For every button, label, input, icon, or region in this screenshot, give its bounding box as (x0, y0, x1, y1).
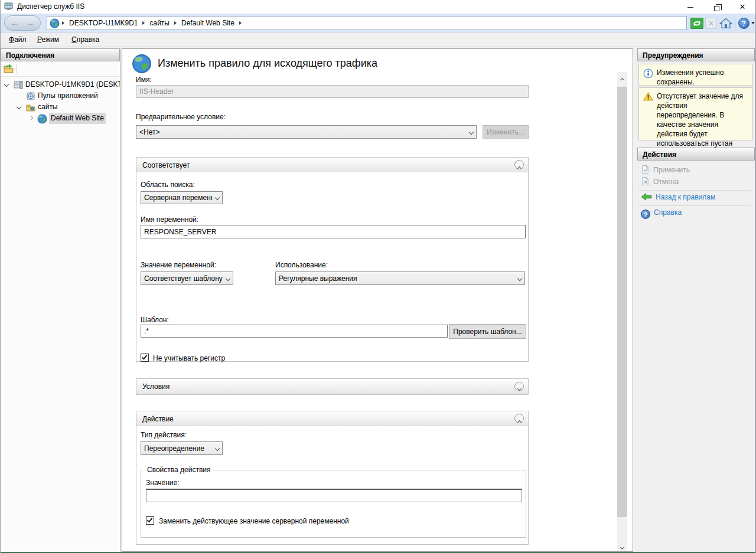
match-section: Соответствует Область поиска: Серверная … (136, 157, 529, 362)
page-title: Изменить правило для исходящего трафика (158, 57, 377, 70)
save-connections-icon[interactable] (4, 64, 14, 74)
alerts-header: Предупреждения (637, 48, 755, 61)
help-action[interactable]: ?Справка (641, 207, 682, 219)
minimize-button[interactable] (677, 0, 703, 14)
match-section-header[interactable]: Соответствует (136, 158, 528, 172)
variable-name-input[interactable] (141, 225, 526, 238)
tree-label-default-web-site[interactable]: Default Web Site (49, 113, 106, 124)
sites-folder-icon (26, 103, 35, 112)
tree-label-sites[interactable]: сайты (38, 102, 58, 113)
tree-node-default-web-site[interactable]: Default Web Site (1, 113, 120, 124)
name-label: Имя: (136, 76, 152, 84)
help-icon[interactable]: ? (738, 18, 750, 29)
scope-value: Серверная переменная (144, 194, 213, 202)
globe-icon (50, 18, 60, 28)
tree-node-server[interactable]: DESKTOP-U1MK9D1 (DESKTOP (1, 79, 120, 90)
test-pattern-button[interactable]: Проверить шаблон... (449, 324, 526, 339)
menu-file[interactable]: Файл (9, 35, 27, 44)
breadcrumb-sites[interactable]: сайты (149, 19, 170, 27)
ignore-case-label[interactable]: Не учитывать регистр (153, 354, 225, 362)
help-link[interactable]: Справка (654, 208, 682, 217)
rule-name-input (136, 85, 529, 98)
action-section: Действие Тип действия: Переопределение С… (136, 411, 529, 545)
refresh-icon[interactable] (690, 18, 703, 29)
breadcrumb-arrow-icon (174, 21, 177, 25)
window-title: Диспетчер служб IIS (17, 2, 84, 11)
variable-value-select[interactable]: Соответствует шаблону (141, 271, 233, 285)
pattern-input[interactable] (141, 325, 448, 338)
alert-info: Изменения успешно сохранены. (638, 64, 753, 86)
actions-header: Действия (637, 148, 755, 161)
right-panel: Предупреждения Изменения успешно сохране… (637, 48, 755, 552)
usage-label: Использование: (275, 261, 328, 269)
expand-section-icon[interactable] (514, 382, 524, 391)
breadcrumb-arrow-icon (62, 21, 64, 25)
menu-bar: Файл Режим Справка (1, 32, 755, 47)
usage-selected: Регулярные выражения (279, 274, 516, 283)
scroll-down-icon[interactable] (617, 541, 627, 551)
precondition-label: Предварительное условие: (136, 113, 226, 121)
back-icon[interactable]: ← (11, 18, 19, 28)
back-to-rules-link[interactable]: Назад к правилам (656, 193, 715, 201)
alert-warning: Отсутствует значение для действия переоп… (638, 87, 753, 140)
breadcrumb[interactable]: DESKTOP-U1MK9D1 сайты Default Web Site (47, 16, 687, 30)
menu-help[interactable]: Справка (71, 35, 99, 44)
close-button[interactable]: ✕ (729, 0, 755, 14)
breadcrumb-default-web-site[interactable]: Default Web Site (181, 19, 234, 27)
collapse-section-icon[interactable] (514, 414, 524, 423)
warning-triangle-icon (643, 92, 653, 101)
actions-separator (640, 205, 751, 206)
app-pools-icon (26, 91, 35, 101)
usage-select[interactable]: Регулярные выражения (275, 271, 525, 285)
scroll-up-icon[interactable] (617, 72, 627, 82)
tree-node-app-pools[interactable]: Пулы приложений (1, 90, 120, 102)
replace-existing-checkbox[interactable] (146, 516, 154, 525)
actions-separator (640, 190, 751, 191)
breadcrumb-server[interactable]: DESKTOP-U1MK9D1 (69, 19, 138, 27)
replace-existing-label[interactable]: Заменить действующее значение серверной … (159, 517, 349, 525)
forward-icon[interactable]: → (26, 18, 34, 28)
action-value-input[interactable] (146, 489, 522, 502)
match-section-title: Соответствует (142, 161, 190, 169)
menu-view[interactable]: Режим (37, 35, 59, 44)
alert-info-text: Изменения успешно сохранены. (657, 68, 724, 86)
restore-button[interactable] (703, 0, 729, 14)
back-to-rules-action[interactable]: Назад к правилам (641, 192, 715, 204)
conditions-section-header[interactable]: Условия (136, 379, 528, 394)
scrollbar-thumb[interactable] (617, 87, 627, 517)
variable-value-label: Значение переменной: (141, 261, 216, 269)
collapse-section-icon[interactable] (514, 160, 524, 169)
stop-icon: ✕ (705, 18, 717, 29)
help-dropdown-caret-icon[interactable] (751, 22, 755, 24)
apply-label: Применить (653, 166, 690, 174)
app-icon (4, 2, 14, 11)
chevron-down-icon (215, 446, 220, 450)
toolbar-separator (17, 64, 17, 74)
ignore-case-checkbox[interactable] (141, 354, 149, 362)
vertical-scrollbar[interactable] (617, 72, 627, 551)
restore-icon (714, 6, 719, 11)
help-circle-icon: ? (641, 210, 650, 219)
variable-value-selected: Соответствует шаблону (144, 274, 224, 283)
action-section-header[interactable]: Действие (136, 411, 528, 426)
tree-node-sites[interactable]: сайты (1, 102, 120, 113)
breadcrumb-arrow-icon (239, 21, 242, 25)
action-type-select[interactable]: Переопределение (141, 441, 223, 455)
collapse-chevron-icon[interactable] (17, 104, 21, 109)
home-icon[interactable] (719, 18, 732, 29)
conditions-section-title: Условия (142, 382, 170, 391)
server-icon (14, 80, 23, 90)
tree-label-server[interactable]: DESKTOP-U1MK9D1 (DESKTOP (25, 79, 120, 90)
collapse-chevron-icon[interactable] (4, 82, 9, 87)
toolbar-separator (735, 18, 735, 28)
precondition-value: <Нет> (139, 128, 467, 136)
scope-select[interactable]: Серверная переменная (141, 191, 223, 204)
address-bar: ← → DESKTOP-U1MK9D1 сайты Default Web Si… (1, 14, 755, 32)
title-bar: Диспетчер служб IIS ✕ (1, 0, 755, 14)
apply-doc-check-icon (641, 165, 650, 174)
expand-chevron-icon[interactable] (28, 116, 33, 120)
precondition-select[interactable]: <Нет> (136, 125, 477, 139)
tree-label-app-pools[interactable]: Пулы приложений (38, 90, 98, 102)
action-value-label: Значение: (146, 479, 180, 487)
action-properties-group: Свойства действия Значение: Заменить дей… (141, 466, 526, 538)
